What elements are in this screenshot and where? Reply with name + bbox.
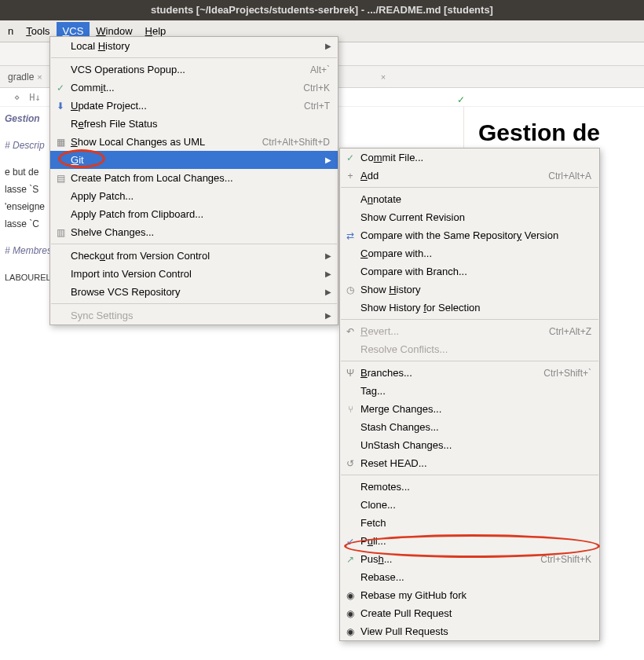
add-icon: + — [344, 170, 357, 182]
tab-gradle[interactable]: gradle × — [0, 68, 51, 86]
hierarchy-icon[interactable]: H↓ — [29, 92, 40, 103]
git-add[interactable]: +AddCtrl+Alt+A — [340, 167, 599, 185]
vcs-show-uml[interactable]: ▦Show Local Changes as UMLCtrl+Alt+Shift… — [50, 133, 338, 151]
vcs-local-history[interactable]: Local History▶ — [50, 37, 338, 55]
git-stash[interactable]: Stash Changes... — [340, 418, 599, 436]
vcs-apply-patch-clipboard[interactable]: Apply Patch from Clipboard... — [50, 205, 338, 223]
git-rebase[interactable]: Rebase... — [340, 568, 599, 586]
git-submenu: ✓Commit File... +AddCtrl+Alt+A Annotate … — [339, 148, 600, 641]
vcs-git[interactable]: Git▶ — [50, 151, 338, 169]
git-view-pr[interactable]: ◉View Pull Requests — [340, 622, 599, 640]
commit-icon: ✓ — [344, 152, 357, 163]
git-compare-with[interactable]: Compare with... — [340, 244, 599, 262]
github-icon: ◉ — [344, 626, 357, 637]
close-icon[interactable]: × — [37, 72, 42, 82]
push-icon: ↗ — [344, 554, 357, 565]
compare-icon: ⇄ — [344, 230, 357, 241]
merge-icon: ⑂ — [344, 404, 357, 415]
vcs-update-project[interactable]: ⬇Update Project...Ctrl+T — [50, 97, 338, 115]
git-compare-repo[interactable]: ⇄Compare with the Same Repository Versio… — [340, 226, 599, 244]
vcs-shelve[interactable]: ▥Shelve Changes... — [50, 223, 338, 241]
git-branches[interactable]: ΨBranches...Ctrl+Shift+` — [340, 364, 599, 382]
git-create-pr[interactable]: ◉Create Pull Request — [340, 604, 599, 622]
update-icon: ⬇ — [54, 101, 67, 112]
git-pull[interactable]: ↙Pull... — [340, 532, 599, 550]
pull-icon: ↙ — [344, 536, 357, 547]
git-resolve-conflicts: Resolve Conflicts... — [340, 340, 599, 358]
tab-readme[interactable]: × — [373, 69, 394, 85]
git-annotate[interactable]: Annotate — [340, 190, 599, 208]
git-clone[interactable]: Clone... — [340, 496, 599, 514]
reset-icon: ↺ — [344, 458, 357, 469]
git-tag[interactable]: Tag... — [340, 382, 599, 400]
vcs-menu: Local History▶ VCS Operations Popup...Al… — [49, 36, 338, 325]
git-rebase-fork[interactable]: ◉Rebase my GitHub fork — [340, 586, 599, 604]
vcs-operations-popup[interactable]: VCS Operations Popup...Alt+` — [50, 60, 338, 79]
vcs-apply-patch[interactable]: Apply Patch... — [50, 187, 338, 205]
vcs-commit[interactable]: ✓Commit...Ctrl+K — [50, 79, 338, 97]
git-show-revision[interactable]: Show Current Revision — [340, 208, 599, 226]
vcs-import[interactable]: Import into Version Control▶ — [50, 265, 338, 283]
commit-icon: ✓ — [54, 82, 67, 94]
github-icon: ◉ — [344, 590, 357, 601]
menu-n[interactable]: n — [2, 22, 20, 40]
git-fetch[interactable]: Fetch — [340, 514, 599, 532]
git-merge[interactable]: ⑂Merge Changes... — [340, 400, 599, 418]
vcs-refresh[interactable]: Refresh File Status — [50, 115, 338, 133]
git-unstash[interactable]: UnStash Changes... — [340, 436, 599, 454]
revert-icon: ↶ — [344, 326, 357, 337]
vcs-create-patch[interactable]: ▤Create Patch from Local Changes... — [50, 169, 338, 187]
vcs-sync-settings: Sync Settings▶ — [50, 306, 338, 324]
window-titlebar: students [~/IdeaProjects/students-serbre… — [0, 0, 644, 20]
git-show-history-selection[interactable]: Show History for Selection — [340, 299, 599, 317]
vcs-checkout[interactable]: Checkout from Version Control▶ — [50, 247, 338, 265]
structure-icon[interactable]: ⋄ — [14, 92, 20, 103]
git-remotes[interactable]: Remotes... — [340, 478, 599, 496]
close-icon[interactable]: × — [381, 72, 386, 82]
git-commit-file[interactable]: ✓Commit File... — [340, 148, 599, 167]
preview-h1: Gestion de — [478, 119, 644, 146]
git-show-history[interactable]: ◷Show History — [340, 280, 599, 299]
branch-icon: Ψ — [344, 368, 357, 379]
code-text: Gestion # Descrip e but de lasse `S 'ens… — [0, 107, 52, 286]
github-icon: ◉ — [344, 608, 357, 619]
check-icon: ✓ — [457, 94, 465, 105]
shelve-icon: ▥ — [54, 227, 67, 238]
git-reset-head[interactable]: ↺Reset HEAD... — [340, 454, 599, 472]
git-compare-branch[interactable]: Compare with Branch... — [340, 262, 599, 280]
vcs-browse[interactable]: Browse VCS Repository▶ — [50, 283, 338, 301]
uml-icon: ▦ — [54, 137, 67, 148]
git-push[interactable]: ↗Push...Ctrl+Shift+K — [340, 550, 599, 568]
git-revert: ↶Revert...Ctrl+Alt+Z — [340, 322, 599, 340]
history-icon: ◷ — [344, 284, 357, 295]
patch-icon: ▤ — [54, 173, 67, 184]
